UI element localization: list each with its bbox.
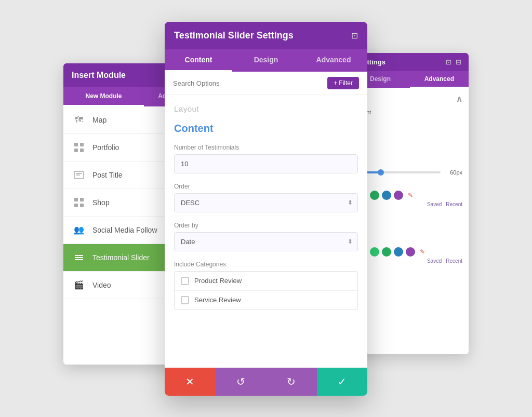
star-swatch-blue[interactable] <box>394 247 403 257</box>
swatch-blue[interactable] <box>382 191 391 200</box>
star-recent-label[interactable]: Recent <box>446 258 462 264</box>
num-testimonials-group: Number of Testimonials <box>174 144 358 173</box>
back-panel-icons: ⊡ ⊟ <box>446 58 461 66</box>
module-label-testimonial-slider: Testimonial Slider <box>92 253 150 262</box>
social-media-icon: 👥 <box>72 223 86 237</box>
svg-rect-9 <box>74 204 78 207</box>
module-label-shop: Shop <box>92 198 110 207</box>
filter-button[interactable]: + Filter <box>327 77 359 89</box>
front-tab-advanced[interactable]: Advanced <box>300 49 367 72</box>
swatch-purple[interactable] <box>394 191 403 200</box>
recent-label[interactable]: Recent <box>446 201 462 207</box>
num-testimonials-input[interactable] <box>174 154 358 173</box>
front-panel-search: + Filter <box>165 72 367 95</box>
checkbox-product-review[interactable]: Product Review <box>175 272 357 291</box>
svg-rect-3 <box>80 149 84 152</box>
checkbox-service-review-box[interactable] <box>181 296 189 304</box>
front-panel-title: Testimonial Slider Settings <box>174 30 294 41</box>
front-panel-expand-icon[interactable]: ⊡ <box>351 31 358 41</box>
icon-size-slider-thumb[interactable] <box>378 169 384 176</box>
order-label: Order <box>174 183 358 190</box>
order-select[interactable]: DESC ASC <box>174 193 358 212</box>
svg-rect-1 <box>80 143 84 146</box>
svg-rect-0 <box>74 143 78 146</box>
order-by-label: Order by <box>174 222 358 229</box>
star-swatch-green-light[interactable] <box>370 247 379 257</box>
redo-button[interactable]: ↻ <box>266 368 317 396</box>
front-tab-content[interactable]: Content <box>165 49 232 72</box>
include-categories-group: Include Categories Product Review Servic… <box>174 261 358 310</box>
svg-rect-8 <box>80 198 84 201</box>
front-panel-body: Layout Content Number of Testimonials Or… <box>165 95 367 386</box>
confirm-icon: ✓ <box>338 375 347 388</box>
front-panel-actions: ✕ ↺ ↻ ✓ <box>165 368 367 396</box>
back-tab-advanced[interactable]: Advanced <box>410 71 469 88</box>
layout-heading: Layout <box>174 104 358 113</box>
svg-rect-7 <box>74 198 78 201</box>
custom-color-icon[interactable]: ✎ <box>406 191 415 200</box>
confirm-button[interactable]: ✓ <box>317 368 368 396</box>
scene: Testimonial Slider Settings ⊡ ⊟ Content … <box>63 22 469 396</box>
checkbox-service-review[interactable]: Service Review <box>175 291 357 310</box>
post-title-icon <box>72 168 86 182</box>
checkbox-service-review-label: Service Review <box>194 296 241 304</box>
front-panel-tabs: Content Design Advanced <box>165 49 367 72</box>
order-group: Order DESC ASC <box>174 183 358 212</box>
star-swatch-green[interactable] <box>382 247 391 257</box>
order-select-wrap: DESC ASC <box>174 193 358 212</box>
num-testimonials-label: Number of Testimonials <box>174 144 358 151</box>
saved-label[interactable]: Saved <box>427 201 442 207</box>
search-input[interactable] <box>173 79 322 87</box>
swatch-green[interactable] <box>370 191 379 200</box>
checkbox-product-review-label: Product Review <box>194 277 242 285</box>
search-input-wrap <box>173 78 322 88</box>
video-icon: 🎬 <box>72 278 86 292</box>
filter-label: + Filter <box>334 79 353 87</box>
star-custom-color-icon[interactable]: ✎ <box>418 247 427 257</box>
module-label-social-media: Social Media Follow <box>92 226 157 234</box>
content-heading: Content <box>174 123 358 134</box>
star-swatch-purple[interactable] <box>406 247 415 257</box>
module-label-portfolio: Portfolio <box>92 143 119 152</box>
module-label-video: Video <box>92 281 111 289</box>
cancel-icon: ✕ <box>185 375 194 388</box>
back-section-collapse-icon[interactable]: ∧ <box>456 94 462 104</box>
front-tab-design[interactable]: Design <box>232 49 300 72</box>
module-label-map: Map <box>92 116 107 124</box>
back-panel-collapse-icon[interactable]: ⊟ <box>456 58 461 66</box>
back-panel-expand-icon[interactable]: ⊡ <box>446 58 451 66</box>
undo-button[interactable]: ↺ <box>216 368 267 396</box>
front-panel-header: Testimonial Slider Settings ⊡ <box>165 22 367 49</box>
front-panel: Testimonial Slider Settings ⊡ Content De… <box>165 22 367 396</box>
tab-new-module[interactable]: New Module <box>63 87 144 106</box>
shop-icon <box>72 195 86 210</box>
module-label-post-title: Post Title <box>92 171 123 179</box>
include-categories-label: Include Categories <box>174 261 358 268</box>
order-by-select[interactable]: Date Title Random <box>174 232 358 251</box>
checkbox-product-review-box[interactable] <box>181 277 189 285</box>
categories-checkbox-group: Product Review Service Review <box>174 271 358 310</box>
portfolio-icon <box>72 140 86 155</box>
testimonial-slider-icon <box>72 250 86 265</box>
order-by-group: Order by Date Title Random <box>174 222 358 251</box>
redo-icon: ↻ <box>287 375 296 388</box>
undo-icon: ↺ <box>236 375 245 388</box>
star-saved-label[interactable]: Saved <box>427 258 442 264</box>
svg-rect-2 <box>74 149 78 152</box>
cancel-button[interactable]: ✕ <box>165 368 216 396</box>
map-icon: 🗺 <box>72 113 86 127</box>
icon-size-value: 60px <box>445 169 462 176</box>
order-by-select-wrap: Date Title Random <box>174 232 358 251</box>
svg-rect-10 <box>80 204 84 207</box>
